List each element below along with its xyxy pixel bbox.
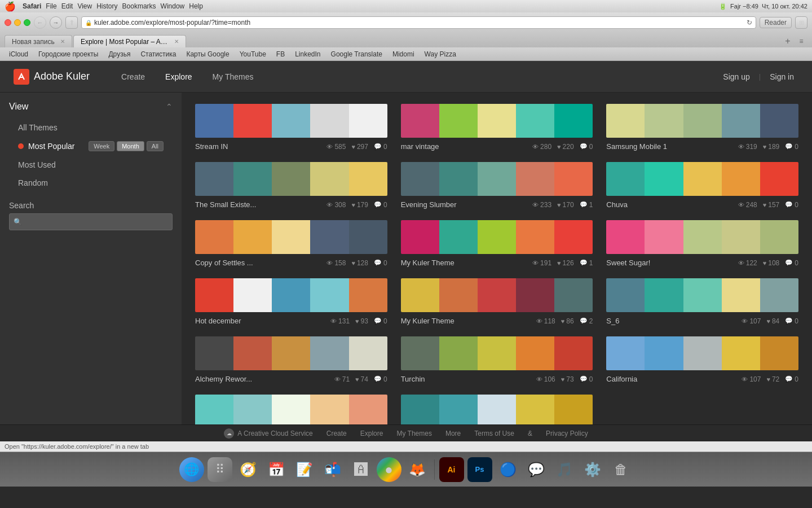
dock-mail[interactable]: 📬 — [320, 457, 345, 482]
menu-safari[interactable]: Safari — [23, 2, 41, 10]
swatches-small-existe[interactable] — [195, 162, 387, 196]
bookmark-friends[interactable]: Друзья — [104, 49, 135, 59]
footer-explore-link[interactable]: Explore — [360, 430, 383, 437]
dock-trash[interactable]: 🗑 — [608, 457, 633, 482]
reader-button[interactable]: Reader — [760, 17, 792, 28]
menu-history[interactable]: History — [96, 2, 117, 10]
swatches-samsung-mobile-1[interactable] — [606, 104, 798, 138]
dock-firefox[interactable]: 🦊 — [405, 457, 430, 482]
bookmark-google-maps[interactable]: Карты Google — [182, 49, 233, 59]
bookmark-way-pizza[interactable]: Way Pizza — [420, 49, 461, 59]
sidebar-item-all-themes[interactable]: All Themes — [9, 119, 173, 137]
bookmark-google-translate[interactable]: Google Translate — [326, 49, 387, 59]
swatches-chuva[interactable] — [606, 162, 798, 196]
sidebar-collapse-button[interactable]: ⌃ — [166, 102, 173, 111]
swatches-alchemy-rewor[interactable] — [195, 336, 387, 370]
dock-chrome[interactable]: ● — [377, 457, 401, 482]
dock-appstore[interactable]: 🅰 — [348, 457, 373, 482]
url-bar[interactable]: 🔒 kuler.adobe.com/explore/most-popular/?… — [81, 16, 756, 29]
swatches-california[interactable] — [606, 336, 798, 370]
menu-file[interactable]: File — [46, 2, 56, 10]
footer-mythemes-link[interactable]: My Themes — [396, 430, 431, 437]
swatches-evening-slumber[interactable] — [401, 162, 593, 196]
forward-button[interactable]: → — [50, 16, 62, 29]
comments-icon: 💬 — [785, 375, 793, 383]
window-maximize-btn[interactable] — [24, 19, 30, 26]
back-button[interactable]: ← — [34, 16, 46, 29]
search-input[interactable] — [9, 213, 173, 230]
swatches-copy-settles[interactable] — [195, 220, 387, 254]
swatches-turchin[interactable] — [401, 336, 593, 370]
tab-1-title: Новая запись — [12, 38, 55, 46]
tab-1[interactable]: Новая запись ✕ — [5, 35, 72, 47]
swatches-stream-in[interactable] — [195, 104, 387, 138]
mac-menu-bar: 🍎 Safari File Edit View History Bookmark… — [0, 0, 812, 12]
app-logo[interactable]: Adobe Kuler — [14, 69, 90, 85]
signup-button[interactable]: Sign up — [718, 70, 754, 84]
dock-launchpad[interactable]: ⠿ — [208, 457, 232, 482]
time-filter-week[interactable]: Week — [89, 141, 114, 151]
refresh-icon[interactable]: ↻ — [747, 19, 752, 27]
signin-button[interactable]: Sign in — [765, 70, 798, 84]
footer-privacy-link[interactable]: Privacy Policy — [546, 430, 588, 437]
time-filter-all[interactable]: All — [147, 141, 164, 151]
share-button[interactable]: ⬆ — [65, 16, 78, 29]
bookmark-linkedin[interactable]: LinkedIn — [290, 49, 325, 59]
swatch — [195, 336, 233, 370]
dock-music[interactable]: 🎵 — [552, 457, 577, 482]
new-tab-button[interactable]: + — [782, 35, 794, 47]
sidebar-item-most-popular[interactable]: Most Popular Week Month All — [9, 137, 173, 156]
tab-list-button[interactable]: ≡ — [795, 35, 807, 47]
dock-photoshop[interactable]: Ps — [467, 457, 492, 482]
dock-browser2[interactable]: 🔵 — [496, 457, 520, 482]
footer-more-link[interactable]: More — [445, 430, 461, 437]
bookmark-midomi[interactable]: Midomi — [388, 49, 419, 59]
comments-icon: 💬 — [580, 317, 588, 325]
views-icon: 👁 — [738, 143, 744, 150]
bookmark-stats[interactable]: Статистика — [136, 49, 180, 59]
menu-help[interactable]: Help — [189, 2, 203, 10]
swatches-my-kuler-theme[interactable] — [401, 220, 593, 254]
swatches-hot-december[interactable] — [195, 278, 387, 312]
search-icon: 🔍 — [14, 218, 22, 226]
sidebar-item-most-used[interactable]: Most Used — [9, 156, 173, 174]
views-icon: 👁 — [326, 260, 333, 266]
dock-illustrator[interactable]: Ai — [439, 457, 464, 482]
swatches-travel[interactable] — [401, 395, 593, 424]
dock-skype[interactable]: 💬 — [524, 457, 549, 482]
menu-edit[interactable]: Edit — [61, 2, 73, 10]
nav-mythemes[interactable]: My Themes — [204, 68, 263, 86]
swatches-s6[interactable] — [606, 278, 798, 312]
tab-2-close[interactable]: ✕ — [174, 38, 179, 45]
menu-window[interactable]: Window — [161, 2, 185, 10]
apple-menu[interactable]: 🍎 — [5, 1, 16, 12]
dock-finder[interactable]: 🌐 — [179, 457, 204, 482]
dock-calendar[interactable]: 📅 — [264, 457, 289, 482]
dock-system-prefs[interactable]: ⚙️ — [580, 457, 605, 482]
footer-create-link[interactable]: Create — [326, 430, 347, 437]
tab-2[interactable]: Explore | Most Popular – Adobe Kuler ✕ — [73, 35, 186, 47]
sidebar-item-random[interactable]: Random — [9, 174, 173, 192]
dock-notes[interactable]: 📝 — [292, 457, 317, 482]
comments-icon: 💬 — [785, 317, 793, 325]
window-minimize-btn[interactable] — [14, 19, 21, 26]
nav-explore[interactable]: Explore — [156, 68, 201, 86]
bookmark-city-projects[interactable]: Городские проекты — [34, 49, 103, 59]
menu-bookmarks[interactable]: Bookmarks — [122, 2, 156, 10]
footer-terms-link[interactable]: Terms of Use — [474, 430, 514, 437]
bookmark-fb[interactable]: FB — [272, 49, 289, 59]
swatches-s11[interactable] — [195, 395, 387, 424]
nav-create[interactable]: Create — [112, 68, 154, 86]
menu-view[interactable]: View — [77, 2, 92, 10]
swatches-my-kuler-theme-2[interactable] — [401, 278, 593, 312]
tab-1-close[interactable]: ✕ — [60, 38, 65, 45]
swatches-mar-vintage[interactable] — [401, 104, 593, 138]
bookmark-icloud[interactable]: iCloud — [5, 49, 33, 59]
swatches-sweet-sugar[interactable] — [606, 220, 798, 254]
window-close-btn[interactable] — [5, 19, 11, 26]
dock-safari[interactable]: 🧭 — [236, 457, 261, 482]
expand-button[interactable]: ⊞ — [795, 16, 807, 29]
theme-card-my-kuler-theme-2: My Kuler Theme 👁118 ♥86 💬2 — [401, 278, 593, 325]
bookmark-youtube[interactable]: YouTube — [235, 49, 271, 59]
time-filter-month[interactable]: Month — [117, 141, 144, 151]
